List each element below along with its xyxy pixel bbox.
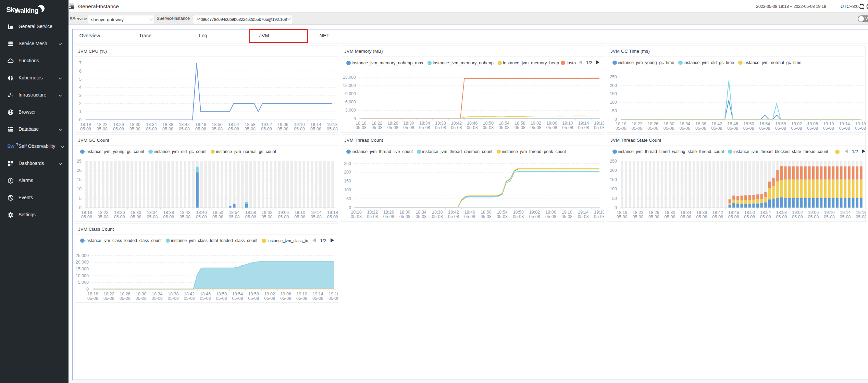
svg-text:18:42: 18:42 [180, 210, 190, 215]
svg-text:05-08: 05-08 [262, 215, 273, 219]
svg-text:18:46: 18:46 [467, 121, 478, 126]
svg-text:18:42: 18:42 [711, 122, 722, 126]
svg-text:05-08: 05-08 [136, 296, 147, 301]
svg-text:19:14: 19:14 [839, 122, 850, 126]
svg-text:05-08: 05-08 [80, 127, 91, 131]
svg-text:10,000: 10,000 [76, 273, 89, 278]
svg-text:05-08: 05-08 [383, 214, 394, 219]
svg-text:50: 50 [612, 108, 617, 113]
svg-text:05-08: 05-08 [216, 296, 227, 301]
svg-text:05-08: 05-08 [497, 214, 508, 219]
svg-text:18:34: 18:34 [419, 121, 430, 126]
svg-text:05-08: 05-08 [245, 215, 256, 219]
svg-text:18:18: 18:18 [80, 122, 91, 127]
svg-text:05-08: 05-08 [711, 126, 722, 131]
svg-text:18:38: 18:38 [435, 121, 446, 126]
svg-text:18:50: 18:50 [743, 122, 754, 126]
svg-text:05-08: 05-08 [530, 125, 541, 130]
svg-text:18:54: 18:54 [759, 122, 770, 126]
svg-text:18:26: 18:26 [648, 210, 659, 215]
svg-text:05-08: 05-08 [546, 125, 557, 130]
svg-text:18:30: 18:30 [129, 122, 140, 127]
svg-text:18:18: 18:18 [616, 122, 626, 126]
svg-text:25: 25 [77, 159, 82, 164]
svg-text:10: 10 [77, 187, 82, 191]
svg-text:05-08: 05-08 [367, 214, 378, 219]
svg-text:05-08: 05-08 [311, 215, 322, 219]
svg-text:18:46: 18:46 [195, 122, 206, 127]
svg-text:18:38: 18:38 [168, 292, 178, 296]
svg-text:12,000: 12,000 [343, 83, 356, 88]
svg-text:19:06: 19:06 [546, 121, 557, 126]
svg-text:05-08: 05-08 [399, 214, 410, 219]
svg-text:18:58: 18:58 [248, 292, 259, 296]
svg-text:05-08: 05-08 [481, 214, 492, 219]
svg-text:5: 5 [79, 77, 82, 82]
svg-text:18:26: 18:26 [114, 210, 125, 215]
svg-text:05-08: 05-08 [146, 127, 157, 131]
svg-text:18:58: 18:58 [776, 210, 787, 215]
svg-text:05-08: 05-08 [578, 125, 589, 130]
svg-text:05-08: 05-08 [280, 296, 291, 301]
svg-text:18:18: 18:18 [356, 121, 366, 126]
svg-text:18:46: 18:46 [200, 292, 211, 296]
svg-text:18:30: 18:30 [131, 210, 141, 215]
svg-text:05-08: 05-08 [264, 296, 275, 301]
svg-text:20: 20 [77, 168, 82, 173]
svg-text:5,000: 5,000 [78, 280, 89, 285]
svg-text:05-08: 05-08 [114, 215, 125, 219]
svg-text:05-08: 05-08 [179, 127, 190, 131]
svg-text:05-08: 05-08 [152, 296, 163, 301]
svg-text:19:14: 19:14 [578, 121, 589, 126]
svg-text:05-08: 05-08 [529, 214, 540, 219]
svg-text:05-08: 05-08 [356, 125, 367, 130]
svg-text:100: 100 [610, 100, 617, 105]
svg-text:19:14: 19:14 [840, 210, 851, 215]
svg-text:19:06: 19:06 [277, 122, 288, 127]
svg-text:18:42: 18:42 [448, 210, 459, 215]
svg-text:19:02: 19:02 [531, 121, 541, 126]
svg-text:05-08: 05-08 [760, 215, 771, 219]
svg-text:05-08: 05-08 [435, 125, 446, 130]
svg-text:05-08: 05-08 [113, 127, 124, 131]
svg-text:18:58: 18:58 [245, 210, 256, 215]
svg-text:18:34: 18:34 [680, 122, 690, 126]
svg-text:18:42: 18:42 [712, 210, 723, 215]
svg-text:18:42: 18:42 [179, 122, 189, 127]
svg-text:0: 0 [615, 205, 617, 210]
svg-text:05-08: 05-08 [823, 126, 834, 131]
svg-text:15: 15 [77, 177, 82, 182]
svg-text:05-08: 05-08 [840, 215, 851, 219]
svg-text:19:06: 19:06 [281, 292, 291, 296]
svg-text:0: 0 [79, 205, 82, 210]
svg-text:05-08: 05-08 [483, 125, 494, 130]
svg-text:19:06: 19:06 [808, 210, 819, 215]
svg-text:05-08: 05-08 [229, 215, 240, 219]
svg-text:05-08: 05-08 [328, 296, 338, 301]
svg-text:05-08: 05-08 [562, 125, 573, 130]
svg-text:15,000: 15,000 [76, 267, 89, 271]
svg-text:05-08: 05-08 [327, 215, 338, 219]
svg-text:05-08: 05-08 [416, 214, 426, 219]
svg-text:19:10: 19:10 [294, 122, 305, 127]
svg-text:05-08: 05-08 [312, 296, 323, 301]
svg-text:19:18: 19:18 [328, 292, 338, 296]
svg-text:18:42: 18:42 [184, 292, 195, 296]
svg-text:05-08: 05-08 [351, 214, 362, 219]
svg-text:05-08: 05-08 [727, 126, 738, 131]
svg-text:9,000: 9,000 [345, 91, 356, 96]
svg-text:18:46: 18:46 [464, 210, 475, 215]
svg-text:05-08: 05-08 [278, 215, 289, 219]
svg-text:25,000: 25,000 [76, 253, 89, 258]
svg-text:05-08: 05-08 [294, 215, 305, 219]
svg-text:05-08: 05-08 [419, 125, 430, 130]
svg-text:3: 3 [79, 93, 82, 98]
svg-text:4: 4 [79, 85, 82, 90]
svg-text:15,000: 15,000 [343, 75, 356, 80]
svg-text:05-08: 05-08 [664, 126, 674, 131]
svg-text:05-08: 05-08 [310, 127, 321, 131]
svg-text:18:26: 18:26 [120, 292, 130, 296]
svg-text:18:58: 18:58 [775, 122, 786, 126]
svg-text:150: 150 [344, 179, 351, 183]
svg-text:200: 200 [610, 168, 617, 173]
